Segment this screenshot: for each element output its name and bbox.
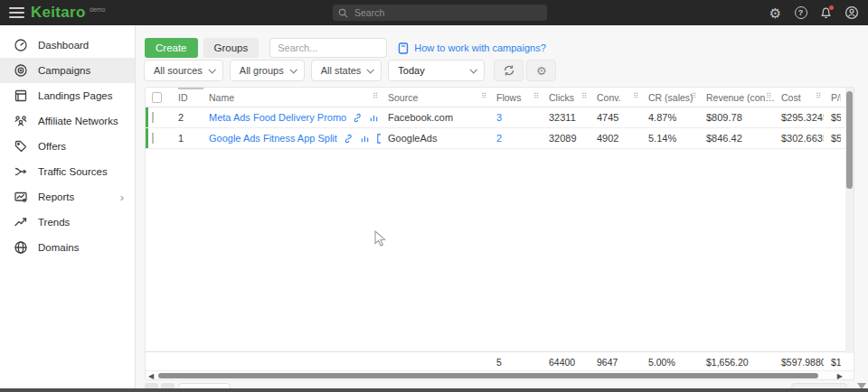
column-header-id[interactable]: ID	[175, 88, 203, 107]
global-search-input[interactable]	[354, 7, 542, 18]
main-content: Create Groups How to work with campaigns…	[136, 25, 868, 388]
total-pl: $1,05	[824, 352, 841, 371]
column-header-source[interactable]: Source⠿	[381, 88, 489, 107]
chevron-right-icon: ›	[120, 191, 124, 204]
sidebar-item-label: Landings Pages	[38, 90, 112, 101]
sidebar-item-campaigns[interactable]: Campaigns	[0, 58, 135, 83]
chevron-down-icon	[208, 66, 215, 73]
cr-value: 4.87%	[641, 112, 699, 123]
branch-icon	[13, 164, 28, 180]
sidebar-item-traffic-sources[interactable]: Traffic Sources	[0, 159, 135, 184]
campaign-source: GoogleAds	[381, 133, 489, 144]
column-header-clicks[interactable]: Clicks⠿	[542, 88, 590, 107]
horizontal-scrollbar[interactable]: ◀ ▶	[146, 370, 854, 379]
total-cr: 5.00%	[641, 352, 699, 371]
global-search[interactable]	[333, 5, 547, 21]
sidebar-item-dashboard[interactable]: Dashboard	[0, 33, 135, 58]
date-range-select[interactable]: Today	[388, 60, 485, 81]
campaign-link-icon[interactable]	[353, 113, 363, 123]
campaign-stats-icon[interactable]	[360, 134, 370, 144]
settings-gear-icon[interactable]: ⚙	[768, 5, 783, 21]
table-row[interactable]: 1 Google Ads Fitness App Split ⋯ GoogleA…	[146, 128, 854, 149]
campaign-name-link[interactable]: Google Ads Fitness App Split	[209, 133, 337, 144]
total-revenue: $1,656.20	[699, 352, 774, 371]
notifications-bell-icon[interactable]	[818, 5, 834, 21]
hamburger-menu-icon[interactable]	[9, 7, 24, 18]
create-button[interactable]: Create	[145, 38, 198, 58]
scroll-right-arrow[interactable]: ▶	[837, 372, 843, 380]
refresh-button[interactable]	[494, 60, 524, 81]
flows-link[interactable]: 3	[489, 112, 542, 123]
column-header-conv[interactable]: Conv.⠿	[590, 88, 641, 107]
drag-handle-icon[interactable]: ⠿	[691, 92, 695, 100]
flows-link[interactable]: 2	[489, 133, 542, 144]
total-conv: 9647	[590, 352, 641, 371]
help-icon[interactable]: ?	[793, 5, 808, 21]
select-all-checkbox[interactable]	[152, 92, 162, 103]
window-bottom-edge	[0, 388, 868, 392]
sources-filter-select[interactable]: All sources	[144, 60, 223, 81]
drag-handle-icon[interactable]: ⠿	[633, 92, 637, 100]
row-checkbox[interactable]	[152, 112, 154, 123]
conv-value: 4745	[590, 112, 641, 123]
revenue-value: $846.42	[699, 133, 774, 144]
column-header-revenue[interactable]: Revenue (con…⠿	[699, 88, 774, 107]
pl-value: $514	[824, 112, 841, 123]
groups-button[interactable]: Groups	[203, 38, 259, 58]
help-link[interactable]: How to work with campaigns?	[398, 42, 546, 54]
target-icon	[13, 63, 28, 79]
vertical-scroll-thumb[interactable]	[846, 91, 853, 189]
column-header-name[interactable]: Name⠿	[203, 88, 381, 107]
app-logo[interactable]: Keitaro	[31, 4, 86, 22]
sidebar-item-offers[interactable]: Offers	[0, 134, 135, 159]
trend-icon	[13, 215, 28, 230]
total-flows: 5	[489, 352, 542, 371]
campaign-link-icon[interactable]	[344, 134, 354, 144]
table-settings-button[interactable]: ⚙	[526, 60, 556, 81]
book-icon	[398, 42, 409, 54]
campaign-stats-icon[interactable]	[369, 113, 379, 123]
groups-filter-select[interactable]: All groups	[230, 60, 305, 81]
sidebar-item-label: Offers	[38, 141, 66, 152]
revenue-value: $809.78	[699, 112, 774, 123]
column-header-cr-sales[interactable]: CR (sales)⠿	[641, 88, 699, 107]
scroll-left-arrow[interactable]: ◀	[148, 372, 154, 380]
drag-handle-icon[interactable]: ⠿	[373, 92, 377, 100]
drag-handle-icon[interactable]: ⠿	[533, 92, 538, 100]
chevron-down-icon	[470, 66, 477, 73]
sidebar-item-domains[interactable]: Domains	[0, 235, 135, 260]
sidebar-item-label: Dashboard	[38, 40, 89, 51]
tag-icon	[13, 139, 28, 154]
sidebar-item-trends[interactable]: Trends	[0, 210, 135, 235]
table-row[interactable]: 2 Meta Ads Food Delivery Promo ⋯ Faceboo…	[146, 107, 854, 128]
horizontal-scroll-thumb[interactable]	[158, 373, 818, 378]
column-header-flows[interactable]: Flows⠿	[489, 88, 542, 107]
drag-handle-icon[interactable]: ⠿	[816, 92, 820, 100]
column-header-pl[interactable]: P/L (	[824, 88, 841, 107]
help-link-text[interactable]: How to work with campaigns?	[414, 42, 546, 53]
date-range-value: Today	[398, 65, 424, 76]
table-header: ID Name⠿ Source⠿ Flows⠿ Clicks⠿ Conv.⠿ C…	[146, 88, 854, 107]
keitaro-app: Keitaro demo ⚙ ? Dashboard Campaigns	[0, 0, 868, 392]
account-user-icon[interactable]	[844, 5, 859, 21]
campaigns-toolbar: Create Groups How to work with campaigns…	[145, 38, 546, 58]
states-filter-select[interactable]: All states	[311, 60, 382, 81]
sidebar-item-affiliate-networks[interactable]: Affiliate Networks	[0, 108, 135, 134]
drag-handle-icon[interactable]: ⠿	[481, 92, 486, 100]
campaigns-search-input[interactable]	[269, 38, 387, 58]
column-header-cost[interactable]: Cost⠿	[774, 88, 824, 107]
row-checkbox[interactable]	[152, 133, 154, 144]
sidebar-item-label: Campaigns	[38, 65, 90, 76]
drag-handle-icon[interactable]: ⠿	[581, 92, 586, 100]
topbar-actions: ⚙ ?	[768, 0, 859, 25]
sources-filter-value: All sources	[154, 65, 203, 76]
campaign-source: Facebook.com	[381, 112, 489, 123]
sidebar-item-reports[interactable]: Reports ›	[0, 184, 135, 210]
demo-badge: demo	[90, 6, 106, 13]
conv-value: 4902	[590, 133, 641, 144]
drag-handle-icon[interactable]: ⠿	[766, 92, 770, 100]
sidebar-item-landings-pages[interactable]: Landings Pages	[0, 83, 135, 108]
vertical-scrollbar[interactable]	[845, 88, 854, 353]
campaign-id: 2	[175, 112, 203, 123]
campaign-name-link[interactable]: Meta Ads Food Delivery Promo	[209, 112, 346, 123]
